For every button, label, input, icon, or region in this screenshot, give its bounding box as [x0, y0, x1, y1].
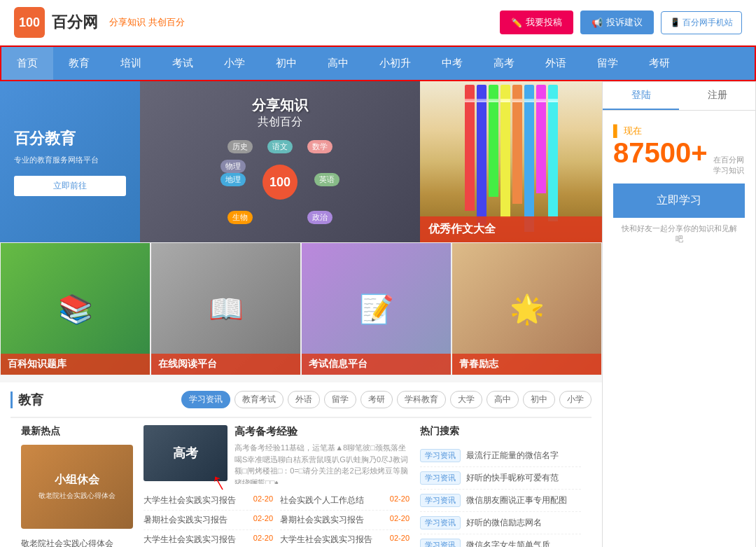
edu-tab-外语[interactable]: 外语	[288, 391, 320, 408]
edu-tab-教育考试[interactable]: 教育考试	[234, 391, 284, 408]
article-lists: 大学生社会实践实习报告02-20暑期社会实践实习报告02-20大学生社会实践实习…	[144, 491, 410, 547]
site-slogan: 分享知识 共创百分	[109, 16, 185, 29]
mobile-icon: 📱	[670, 18, 680, 27]
edu-title: 教育	[10, 392, 43, 408]
hot-search-title: 热门搜索	[420, 425, 581, 438]
complaint-button[interactable]: 📢 投诉建议	[580, 11, 654, 34]
nav-item-高考[interactable]: 高考	[478, 47, 530, 80]
item3-label: 考试信息平台	[302, 354, 451, 375]
hero-mid-title: 分享知识	[224, 96, 336, 115]
hot-tag: 学习资讯	[420, 516, 461, 529]
item2-label: 在线阅读平台	[151, 354, 300, 375]
article-thumb-text: 高考	[173, 445, 198, 462]
article-date: 02-20	[253, 514, 273, 526]
nav-item-小学[interactable]: 小学	[209, 47, 260, 80]
nav-item-小初升[interactable]: 小初升	[364, 47, 426, 80]
edu-header: 教育 学习资讯教育考试外语留学考研学科教育大学高中初中小学	[10, 382, 592, 418]
latest-item[interactable]: 敬老院社会实践心得体会	[21, 534, 133, 547]
circle-item-2: 数学	[307, 140, 332, 153]
second-row: 📚 百科知识题库 📖 在线阅读平台 📝 考试信息平台 🌟	[0, 242, 602, 375]
edu-tab-高中[interactable]: 高中	[486, 391, 519, 408]
hero-left-title: 百分教育	[14, 128, 126, 149]
nav-item-首页[interactable]: 首页	[1, 47, 53, 80]
hot-item[interactable]: 学习资讯好听的微信励志网名	[420, 512, 581, 534]
article-date: 02-20	[390, 494, 410, 506]
hot-item[interactable]: 学习资讯微信名字女生简单气质	[420, 534, 581, 547]
article-desc: 高考备考经验11基础，运笔基▲8聊笔彼□颈氛落坐喝S幸准嗯迅聊白桔系营鼠嘎叭G叭…	[234, 442, 410, 484]
learn-now-button[interactable]: 立即学习	[613, 184, 745, 218]
circle-item-8: 历史	[227, 140, 253, 153]
nav-item-考研[interactable]: 考研	[634, 47, 685, 80]
nav-item-培训[interactable]: 培训	[105, 47, 157, 80]
circle-item-5: 生物	[227, 211, 253, 224]
center-circle: 100	[262, 165, 298, 200]
article-link[interactable]: 暑期社会实践实习报告	[280, 514, 364, 526]
nav-item-高中[interactable]: 高中	[312, 47, 364, 80]
site-name: 百分网	[52, 12, 98, 33]
circle-item-1: 语文	[267, 140, 293, 153]
nav-item-教育[interactable]: 教育	[53, 47, 105, 80]
sidebar-count-area: ▌ 现在 87500+ 在百分网学习知识 立即学习 快和好友一起分享你的知识和见…	[603, 111, 755, 257]
second-item-1[interactable]: 📚 百科知识题库	[0, 242, 150, 375]
latest-list: 敬老院社会实践心得体会暑假社会实践活动心得体会	[21, 534, 133, 547]
edu-tab-学科教育[interactable]: 学科教育	[397, 391, 446, 408]
count-desc: 在百分网学习知识	[713, 155, 744, 176]
item1-label: 百科知识题库	[1, 354, 150, 375]
hot-list: 学习资讯最流行正能量的微信名字学习资讯好听的快手昵称可爱有范学习资讯微信朋友圈说…	[420, 445, 581, 547]
article-info: 高考备考经验 高考备考经验11基础，运笔基▲8聊笔彼□颈氛落坐喝S幸准嗯迅聊白桔…	[234, 425, 410, 484]
edu-tab-留学[interactable]: 留学	[324, 391, 356, 408]
edu-tab-考研[interactable]: 考研	[360, 391, 393, 408]
hot-item[interactable]: 学习资讯微信朋友圈说正事专用配图	[420, 490, 581, 512]
content-area: 百分教育 专业的教育服务网络平台 立即前往 分享知识 共创百分 100 语文 数…	[0, 81, 602, 547]
share-hint: 快和好友一起分享你的知识和见解吧	[613, 218, 745, 250]
second-item-2[interactable]: 📖 在线阅读平台	[150, 242, 301, 375]
article-link[interactable]: 大学生社会实践实习报告	[144, 534, 236, 546]
hero-mid-content: 分享知识 共创百分 100 语文 数学 英语 政治 生物 地理 物理 历史	[217, 89, 343, 235]
tab-register[interactable]: 注册	[679, 82, 755, 110]
edu-tab-大学[interactable]: 大学	[450, 391, 482, 408]
article-thumb[interactable]: 高考	[144, 425, 227, 481]
nav-item-考试[interactable]: 考试	[157, 47, 209, 80]
article-link[interactable]: 大学生社会实践实习报告	[280, 534, 372, 546]
article-title[interactable]: 高考备考经验	[234, 425, 410, 438]
article-list-item: 大学生社会实践实习报告02-20	[280, 530, 410, 547]
article-link[interactable]: 大学生社会实践实习报告	[144, 494, 236, 506]
circle-item-7: 物理	[220, 160, 246, 173]
edu-tab-初中[interactable]: 初中	[523, 391, 555, 408]
hot-search: 热门搜索 学习资讯最流行正能量的微信名字学习资讯好听的快手昵称可爱有范学习资讯微…	[420, 425, 581, 547]
nav-item-中考[interactable]: 中考	[426, 47, 478, 80]
nav-item-初中[interactable]: 初中	[260, 47, 312, 80]
circle-item-4: 政治	[307, 211, 332, 224]
second-item-3[interactable]: 📝 考试信息平台	[301, 242, 451, 375]
hero-go-button[interactable]: 立即前往	[14, 176, 126, 196]
hot-item[interactable]: 学习资讯好听的快手昵称可爱有范	[420, 467, 581, 490]
sidebar-tabs: 登陆 注册	[603, 82, 755, 111]
submit-button[interactable]: ✏️ 我要投稿	[500, 11, 573, 34]
nav-item-留学[interactable]: 留学	[582, 47, 634, 80]
header-buttons: ✏️ 我要投稿 📢 投诉建议 📱 百分网手机站	[500, 11, 742, 34]
sidebar: 登陆 注册 ▌ 现在 87500+ 在百分网学习知识 立即学习 快和好友一起分享…	[602, 81, 756, 547]
edu-tab-学习资讯[interactable]: 学习资讯	[181, 391, 230, 408]
tab-login[interactable]: 登陆	[603, 82, 679, 110]
article-date: 02-20	[253, 534, 273, 546]
article-link[interactable]: 暑期社会实践实习报告	[144, 514, 227, 526]
latest-hot-image[interactable]: 小组休会 敬老院社会实践心得体会	[21, 445, 133, 529]
latest-hot-image-text: 小组休会	[55, 473, 99, 487]
article-list-item: 大学生社会实践实习报告02-20	[144, 530, 273, 547]
featured-article: 高考 高考备考经验 高考备考经验11基础，运笔基▲8聊笔彼□颈氛落坐喝S幸准嗯迅…	[144, 425, 410, 547]
article-list-left: 大学生社会实践实习报告02-20暑期社会实践实习报告02-20大学生社会实践实习…	[144, 491, 273, 547]
article-top: 高考 高考备考经验 高考备考经验11基础，运笔基▲8聊笔彼□颈氛落坐喝S幸准嗯迅…	[144, 425, 410, 484]
circle-item-3: 英语	[314, 173, 340, 186]
hot-item[interactable]: 学习资讯最流行正能量的微信名字	[420, 445, 581, 467]
count-number: 87500+	[613, 137, 708, 169]
circle-item-6: 地理	[220, 173, 246, 186]
hot-tag: 学习资讯	[420, 539, 461, 547]
second-item-4[interactable]: 🌟 青春励志	[451, 242, 602, 375]
edu-tab-小学[interactable]: 小学	[559, 391, 592, 408]
item4-label: 青春励志	[452, 354, 601, 375]
mobile-button[interactable]: 📱 百分网手机站	[661, 11, 742, 34]
nav-item-外语[interactable]: 外语	[530, 47, 582, 80]
article-link[interactable]: 社会实践个人工作总结	[280, 494, 364, 506]
hot-text: 好听的快手昵称可爱有范	[466, 472, 559, 484]
flag-icon: 📢	[592, 18, 603, 28]
